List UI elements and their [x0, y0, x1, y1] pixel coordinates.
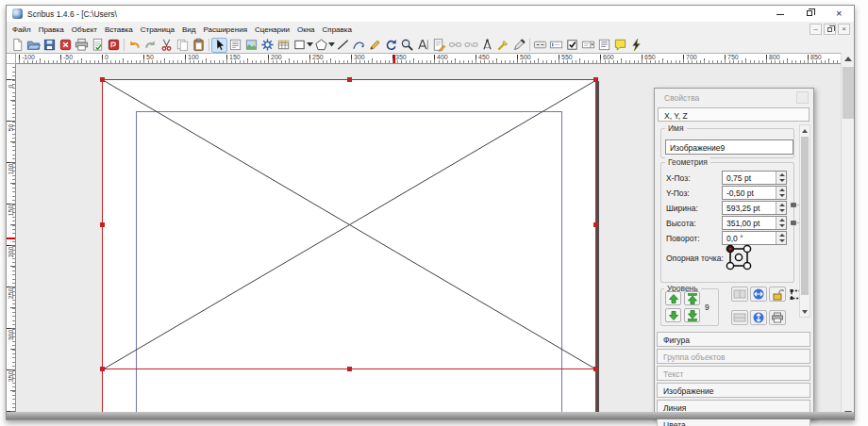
edit-text-story-editor-icon[interactable] — [431, 38, 447, 53]
section-4[interactable]: Изображение — [657, 383, 810, 398]
copy-icon[interactable] — [175, 38, 191, 53]
enable-printing-button[interactable] — [769, 310, 786, 325]
horizontal-ruler[interactable]: -100-50050100150200250300350400450500550… — [16, 53, 843, 64]
flip-vertical-button[interactable] — [750, 310, 767, 325]
insert-bezier-icon[interactable] — [351, 38, 367, 53]
flip-image-horizontal-disabled-button[interactable] — [731, 287, 748, 302]
image-frame[interactable] — [102, 79, 596, 369]
handle-bottom-right[interactable] — [593, 367, 598, 371]
spinner-arrows[interactable] — [776, 232, 786, 244]
cut-icon[interactable] — [159, 38, 175, 53]
pdf-list-box-icon[interactable] — [596, 38, 612, 53]
palette-scroll-down[interactable] — [800, 306, 810, 317]
select-item-icon[interactable] — [211, 38, 227, 53]
vertical-ruler[interactable]: 050100150200250300350400 — [7, 64, 16, 419]
close-button[interactable]: × — [827, 6, 854, 22]
handle-middle-left[interactable] — [100, 222, 105, 227]
export-pdf-icon[interactable] — [106, 38, 122, 53]
basepoint-widget[interactable] — [722, 240, 756, 276]
ruler-origin-corner[interactable] — [7, 53, 16, 64]
insert-image-frame-icon[interactable] — [243, 38, 259, 53]
eye-dropper-icon[interactable] — [511, 38, 527, 53]
insert-shape-dropdown-arrow[interactable] — [306, 38, 313, 53]
hruler-label: 850 — [810, 54, 822, 60]
tab-xyz[interactable]: X, Y, Z — [658, 107, 810, 122]
menu-5[interactable]: Страница — [137, 22, 178, 37]
pdf-text-field-icon[interactable] — [548, 38, 564, 53]
preflight-verifier-icon[interactable] — [90, 38, 106, 53]
flip-image-vertical-disabled-button[interactable] — [731, 310, 748, 325]
paste-icon[interactable] — [191, 38, 207, 53]
unlink-text-frames-icon[interactable] — [463, 38, 479, 53]
minimize-button[interactable] — [767, 6, 793, 22]
handle-bottom-left[interactable] — [100, 367, 105, 371]
level-lower-button[interactable] — [665, 308, 681, 322]
menu-10[interactable]: Справка — [319, 22, 356, 37]
palette-scrollbar[interactable] — [799, 124, 810, 318]
pdf-combo-box-icon[interactable] — [580, 38, 596, 53]
geometry-spinbox[interactable]: 593,25 pt — [722, 201, 787, 215]
geometry-spinbox[interactable]: -0,50 pt — [722, 186, 787, 200]
scrollbar-thumb[interactable] — [843, 67, 854, 119]
insert-text-frame-icon[interactable] — [227, 38, 243, 53]
spinner-arrows[interactable] — [776, 217, 786, 229]
pdf-link-annotation-icon[interactable] — [628, 38, 644, 53]
mdi-restore-button[interactable] — [824, 24, 836, 35]
geometry-spinbox[interactable]: 0,75 pt — [722, 171, 787, 185]
zoom-icon[interactable] — [399, 38, 415, 53]
link-text-frames-icon[interactable] — [447, 38, 463, 53]
menu-7[interactable]: Расширения — [199, 22, 251, 37]
lock-object-unlocked-button[interactable] — [769, 287, 786, 302]
close-icon: × — [836, 8, 842, 18]
palette-close-button[interactable] — [796, 91, 809, 104]
palette-scrollbar-thumb[interactable] — [801, 137, 809, 295]
handle-middle-right[interactable] — [593, 222, 598, 227]
restore-button[interactable] — [797, 6, 824, 22]
measurements-icon[interactable] — [479, 38, 495, 53]
pdf-check-box-icon[interactable] — [564, 38, 580, 53]
spinner-arrows[interactable] — [776, 202, 786, 214]
save-document-icon[interactable] — [42, 38, 58, 53]
menu-9[interactable]: Окна — [293, 22, 319, 37]
menu-1[interactable]: Файл — [8, 22, 35, 37]
scroll-up-arrow[interactable] — [842, 53, 855, 65]
name-input[interactable] — [665, 139, 793, 155]
edit-contents-icon[interactable] — [415, 38, 431, 53]
menu-6[interactable]: Вид — [178, 22, 199, 37]
new-document-icon[interactable] — [9, 38, 25, 53]
insert-polygon-dropdown-arrow[interactable] — [327, 38, 335, 53]
menu-3[interactable]: Объект — [68, 22, 101, 37]
print-document-icon[interactable] — [74, 38, 90, 53]
redo-icon[interactable] — [142, 38, 159, 53]
level-to-bottom-button[interactable] — [684, 308, 700, 322]
menu-2[interactable]: Правка — [35, 22, 68, 37]
pdf-push-button-icon[interactable] — [532, 38, 548, 53]
handle-top-middle[interactable] — [347, 77, 352, 82]
canvas-vertical-scrollbar[interactable] — [841, 53, 854, 419]
copy-item-properties-icon[interactable] — [495, 38, 511, 53]
handle-top-left[interactable] — [100, 77, 105, 82]
pdf-text-annotation-icon[interactable] — [612, 38, 628, 53]
level-raise-button[interactable] — [665, 291, 681, 305]
undo-icon[interactable] — [126, 38, 142, 53]
spinner-arrows[interactable] — [776, 172, 786, 184]
spinner-arrows[interactable] — [776, 187, 786, 199]
level-to-top-button[interactable] — [684, 291, 700, 305]
insert-table-icon[interactable] — [275, 38, 292, 53]
open-document-icon[interactable] — [25, 38, 42, 53]
rotate-item-icon[interactable] — [383, 38, 399, 53]
menu-8[interactable]: Сценарии — [251, 22, 293, 37]
handle-bottom-middle[interactable] — [347, 367, 352, 371]
palette-scroll-up[interactable] — [800, 125, 810, 136]
handle-top-right[interactable] — [593, 77, 598, 82]
close-document-icon[interactable] — [58, 38, 74, 53]
menu-4[interactable]: Вставка — [101, 22, 137, 37]
mdi-minimize-button[interactable]: – — [810, 24, 822, 35]
geometry-spinbox[interactable]: 351,00 pt — [722, 216, 787, 230]
mdi-close-button[interactable]: × — [838, 24, 850, 35]
flip-horizontal-button[interactable] — [750, 287, 767, 302]
insert-render-frame-icon[interactable] — [259, 38, 275, 53]
insert-freehand-icon[interactable] — [367, 38, 383, 53]
section-1[interactable]: Фигура — [657, 332, 810, 347]
insert-line-icon[interactable] — [335, 38, 351, 53]
